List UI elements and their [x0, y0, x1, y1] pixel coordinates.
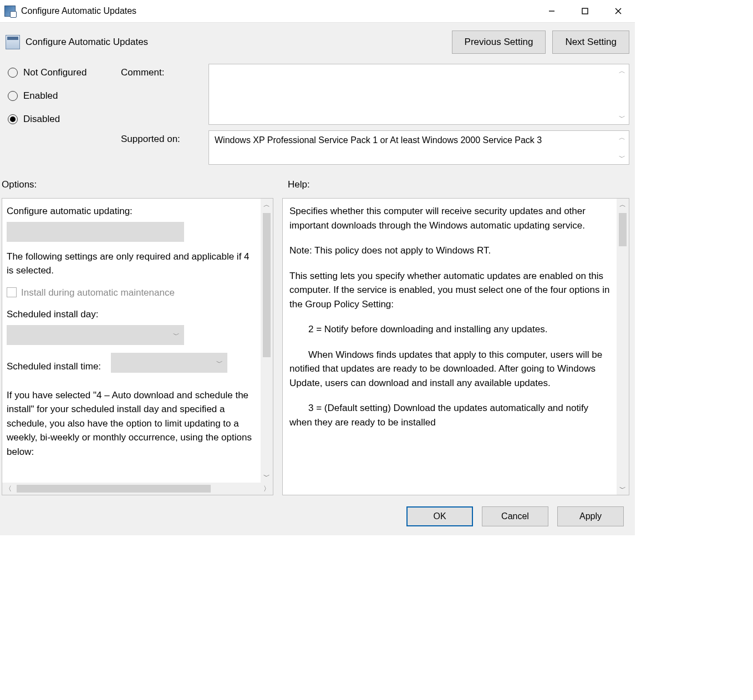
- radio-label: Disabled: [23, 114, 60, 125]
- radio-enabled[interactable]: Enabled: [8, 90, 116, 102]
- options-pane: Configure automatic updating: The follow…: [2, 198, 273, 495]
- state-radios: Not Configured Enabled Disabled: [6, 64, 116, 165]
- help-paragraph: When Windows finds updates that apply to…: [289, 348, 610, 390]
- scroll-thumb[interactable]: [263, 213, 271, 357]
- app-icon: [4, 6, 16, 17]
- scheduled-install-day-select: ﹀: [7, 325, 184, 345]
- supported-value: Windows XP Professional Service Pack 1 o…: [215, 135, 542, 145]
- radio-label: Enabled: [23, 90, 58, 102]
- comment-field[interactable]: ︿ ﹀: [208, 64, 629, 125]
- scroll-down-icon[interactable]: ﹀: [617, 483, 629, 495]
- policy-icon: [6, 35, 20, 49]
- help-label: Help:: [288, 179, 310, 190]
- help-vscroll[interactable]: ︿ ﹀: [617, 199, 629, 495]
- help-paragraph: This setting lets you specify whether au…: [289, 269, 610, 312]
- options-vscroll[interactable]: ︿ ﹀: [261, 199, 273, 483]
- next-setting-button[interactable]: Next Setting: [552, 31, 629, 54]
- options-hscroll[interactable]: 〈 〉: [2, 483, 273, 495]
- scroll-right-icon[interactable]: 〉: [261, 483, 273, 495]
- radio-not-configured[interactable]: Not Configured: [8, 67, 116, 78]
- scroll-down-icon[interactable]: ﹀: [618, 153, 627, 162]
- options-note-1: The following settings are only required…: [7, 250, 256, 278]
- scroll-down-icon[interactable]: ﹀: [261, 470, 273, 483]
- help-pane: Specifies whether this computer will rec…: [282, 198, 629, 495]
- scroll-down-icon[interactable]: ﹀: [618, 113, 627, 122]
- apply-button[interactable]: Apply: [557, 506, 624, 526]
- configure-updating-select: [7, 222, 184, 242]
- scroll-up-icon[interactable]: ︿: [618, 67, 627, 75]
- radio-disabled[interactable]: Disabled: [8, 114, 116, 125]
- scheduled-install-day-label: Scheduled install day:: [7, 307, 256, 322]
- radio-icon: [8, 114, 18, 124]
- scheduled-install-time-label: Scheduled install time:: [7, 359, 101, 374]
- checkbox-label: Install during automatic maintenance: [21, 286, 175, 300]
- previous-setting-button[interactable]: Previous Setting: [452, 31, 546, 54]
- help-paragraph: 3 = (Default setting) Download the updat…: [289, 401, 610, 429]
- supported-scroll: ︿ ﹀: [618, 133, 627, 162]
- radio-icon: [8, 91, 18, 101]
- radio-icon: [8, 68, 18, 78]
- options-content: Configure automatic updating: The follow…: [2, 199, 261, 483]
- scroll-up-icon[interactable]: ︿: [261, 199, 273, 211]
- chevron-down-icon: ﹀: [216, 358, 223, 368]
- dialog-window: Configure Automatic Updates Configure Au…: [0, 0, 635, 535]
- policy-title: Configure Automatic Updates: [26, 37, 148, 48]
- scroll-up-icon[interactable]: ︿: [618, 133, 627, 142]
- svg-rect-1: [582, 8, 588, 14]
- comment-label: Comment:: [121, 64, 204, 125]
- help-paragraph: 2 = Notify before downloading and instal…: [289, 322, 610, 337]
- header: Configure Automatic Updates Previous Set…: [0, 22, 635, 59]
- cancel-button[interactable]: Cancel: [482, 506, 548, 526]
- scroll-left-icon[interactable]: 〈: [2, 483, 14, 495]
- ok-button[interactable]: OK: [406, 506, 473, 526]
- options-note-2: If you have selected "4 – Auto download …: [7, 388, 256, 459]
- section-labels: Options: Help:: [0, 173, 635, 198]
- window-title: Configure Automatic Updates: [21, 6, 535, 16]
- supported-field: Windows XP Professional Service Pack 1 o…: [208, 130, 629, 165]
- scheduled-install-time-select: ﹀: [111, 353, 227, 373]
- scroll-thumb[interactable]: [619, 213, 627, 246]
- window-controls: [535, 0, 635, 22]
- scroll-up-icon[interactable]: ︿: [617, 199, 629, 211]
- help-content: Specifies whether this computer will rec…: [283, 199, 617, 495]
- configure-updating-label: Configure automatic updating:: [7, 204, 256, 219]
- radio-label: Not Configured: [23, 67, 87, 78]
- panes: Configure automatic updating: The follow…: [0, 198, 635, 502]
- minimize-button[interactable]: [535, 0, 568, 22]
- chevron-down-icon: ﹀: [173, 330, 180, 340]
- checkbox-icon: [7, 287, 17, 297]
- comment-scroll: ︿ ﹀: [618, 67, 627, 122]
- footer: OK Cancel Apply: [0, 502, 635, 535]
- close-button[interactable]: [602, 0, 635, 22]
- scroll-thumb[interactable]: [17, 485, 211, 493]
- supported-label: Supported on:: [121, 130, 204, 165]
- titlebar: Configure Automatic Updates: [0, 0, 635, 22]
- help-paragraph: Note: This policy does not apply to Wind…: [289, 244, 610, 258]
- maximize-button[interactable]: [568, 0, 602, 22]
- options-label: Options:: [2, 179, 288, 190]
- state-area: Not Configured Enabled Disabled Comment:…: [0, 59, 635, 173]
- help-paragraph: Specifies whether this computer will rec…: [289, 204, 610, 232]
- install-during-maintenance-checkbox: Install during automatic maintenance: [7, 286, 256, 300]
